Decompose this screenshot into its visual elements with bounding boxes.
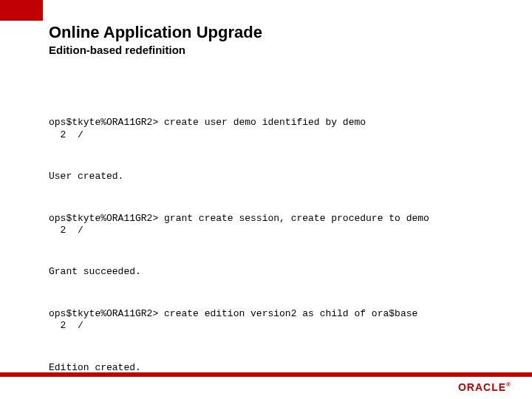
brand-reg: ® [506, 381, 511, 388]
brand-logo: ORACLE® [458, 381, 511, 393]
terminal-block: ops$tkyte%ORA11GR2> create edition versi… [49, 308, 502, 332]
slide: Online Application Upgrade Edition-based… [0, 0, 532, 399]
terminal-output: ops$tkyte%ORA11GR2> create user demo ide… [49, 105, 502, 399]
footer-bar [0, 372, 532, 377]
terminal-block: Grant succeeded. [49, 266, 502, 278]
brand-name: ORACLE [458, 381, 506, 393]
terminal-block: User created. [49, 171, 502, 183]
terminal-block: ops$tkyte%ORA11GR2> create user demo ide… [49, 117, 502, 141]
slide-title: Online Application Upgrade [49, 23, 262, 42]
terminal-block: ops$tkyte%ORA11GR2> grant create session… [49, 213, 502, 237]
slide-subtitle: Edition-based redefinition [49, 44, 185, 56]
accent-block [0, 0, 43, 21]
